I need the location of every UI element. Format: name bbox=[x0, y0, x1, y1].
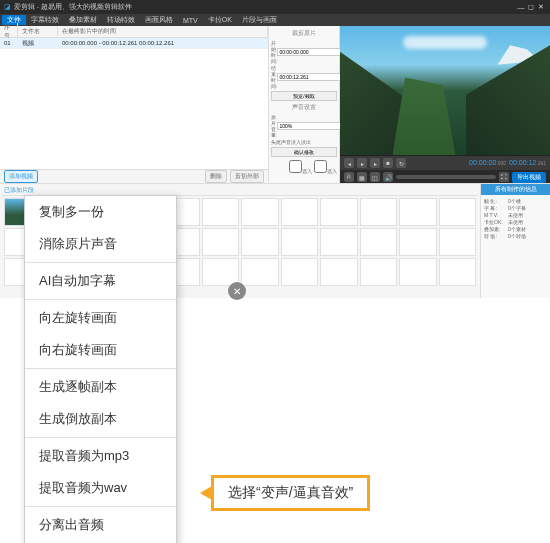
confirm-button[interactable]: 确认修改 bbox=[271, 147, 337, 157]
timeline-body: 01 视频 00:00:00.000 - 00:00:12.261 00:00:… bbox=[0, 38, 268, 169]
close-icon[interactable]: ✕ bbox=[536, 3, 546, 11]
info-title: 所有制作的信息 bbox=[481, 184, 550, 195]
audio-title: 声音设置 bbox=[271, 102, 337, 113]
context-menu-item[interactable]: 提取音频为wav bbox=[25, 472, 176, 504]
storyboard-empty[interactable] bbox=[439, 198, 477, 226]
menu-style[interactable]: 画面风格 bbox=[140, 15, 178, 25]
context-menu-item[interactable]: 向左旋转画面 bbox=[25, 302, 176, 334]
menubar: 文件 字幕特效 叠加素材 转场特效 画面风格 MTV 卡拉OK 片段与画面 bbox=[0, 14, 550, 26]
menu-transition[interactable]: 转场特效 bbox=[102, 15, 140, 25]
minimize-icon[interactable]: — bbox=[516, 4, 526, 11]
storyboard-empty[interactable] bbox=[202, 228, 240, 256]
storyboard-empty[interactable] bbox=[439, 228, 477, 256]
stop-icon[interactable]: ■ bbox=[383, 158, 393, 168]
context-menu-item[interactable]: 向右旋转画面 bbox=[25, 334, 176, 366]
prev-frame-icon[interactable]: ◂ bbox=[344, 158, 354, 168]
seek-bar[interactable] bbox=[396, 175, 496, 179]
duration-time: 00:00:12.261 bbox=[509, 159, 546, 167]
context-menu-item[interactable]: 消除原片声音 bbox=[25, 228, 176, 260]
info-row: 卡拉OK:未使用 bbox=[484, 219, 547, 225]
instruction-callout: 选择“变声/逼真音效” bbox=[200, 475, 370, 511]
workspace: 序号 文件名 在最终影片中的时间 01 视频 00:00:00.000 - 00… bbox=[0, 26, 550, 183]
context-menu-item[interactable]: 复制多一份 bbox=[25, 196, 176, 228]
storyboard-empty[interactable] bbox=[202, 198, 240, 226]
next-frame-icon[interactable]: ▸ bbox=[370, 158, 380, 168]
menu-separator bbox=[25, 262, 176, 263]
tool-icon-1[interactable]: ⎘ bbox=[344, 172, 354, 182]
current-time: 00:00:00.000 bbox=[469, 159, 506, 167]
storyboard-empty[interactable] bbox=[320, 198, 358, 226]
menu-mtv[interactable]: MTV bbox=[178, 17, 203, 24]
storyboard-empty[interactable] bbox=[241, 198, 279, 226]
menu-karaoke[interactable]: 卡拉OK bbox=[203, 15, 237, 25]
crop-title: 裁剪原片 bbox=[271, 28, 337, 39]
timeline-panel: 序号 文件名 在最终影片中的时间 01 视频 00:00:00.000 - 00… bbox=[0, 26, 269, 183]
cut-external-button[interactable]: 剪切外部 bbox=[230, 170, 264, 183]
storyboard-empty[interactable] bbox=[281, 198, 319, 226]
player-controls: ◂ ▸ ▸ ■ ↻ 00:00:00.000 00:00:12.261 ⎘ ▦ … bbox=[340, 155, 550, 183]
menu-separator bbox=[25, 299, 176, 300]
loop-icon[interactable]: ↻ bbox=[396, 158, 406, 168]
checkbox-2[interactable]: 选入 bbox=[314, 160, 337, 174]
info-row: M T V:未使用 bbox=[484, 212, 547, 218]
info-row: 字 幕:0个字幕 bbox=[484, 205, 547, 211]
tool-icon-2[interactable]: ▦ bbox=[357, 172, 367, 182]
menu-separator bbox=[25, 506, 176, 507]
context-menu-item[interactable]: 分离出音频 bbox=[25, 509, 176, 541]
volume-icon[interactable]: 🔊 bbox=[383, 172, 393, 182]
maximize-icon[interactable]: ◻ bbox=[526, 3, 536, 11]
add-video-button[interactable]: 添加视频 bbox=[4, 170, 38, 183]
info-panel: 所有制作的信息 帧 化:0个楼 字 幕:0个字幕 M T V:未使用 卡拉OK:… bbox=[480, 184, 550, 298]
app-title: 爱剪辑 bbox=[14, 2, 35, 12]
storyboard-empty[interactable] bbox=[360, 258, 398, 286]
context-menu-item[interactable]: AI自动加字幕 bbox=[25, 265, 176, 297]
storyboard-empty[interactable] bbox=[281, 228, 319, 256]
storyboard-empty[interactable] bbox=[241, 228, 279, 256]
start-time-input[interactable] bbox=[277, 48, 344, 56]
app-subtitle: 超易用、强大的视频剪辑软件 bbox=[41, 2, 132, 12]
storyboard-empty[interactable] bbox=[439, 258, 477, 286]
timeline-footer: 添加视频 删除 剪切外部 bbox=[0, 169, 268, 183]
preview-crop-button[interactable]: 预览/截取 bbox=[271, 91, 337, 101]
storyboard-empty[interactable] bbox=[241, 258, 279, 286]
info-row: 转 场:0个转场 bbox=[484, 233, 547, 239]
menu-separator bbox=[25, 437, 176, 438]
storyboard-empty[interactable] bbox=[281, 258, 319, 286]
storyboard-empty[interactable] bbox=[360, 198, 398, 226]
context-menu-item[interactable]: 生成倒放副本 bbox=[25, 403, 176, 435]
callout-label: 选择“变声/逼真音效” bbox=[211, 475, 370, 511]
preview-panel: ◂ ▸ ▸ ■ ↻ 00:00:00.000 00:00:12.261 ⎘ ▦ … bbox=[340, 26, 550, 183]
context-menu-item[interactable]: 生成逐帧副本 bbox=[25, 371, 176, 403]
play-icon[interactable]: ▸ bbox=[357, 158, 367, 168]
context-menu-item[interactable]: 提取音频为mp3 bbox=[25, 440, 176, 472]
export-button[interactable]: 导出视频 bbox=[512, 172, 546, 183]
storyboard-empty[interactable] bbox=[320, 228, 358, 256]
volume-input[interactable] bbox=[277, 122, 344, 130]
menu-overlay[interactable]: 叠加素材 bbox=[64, 15, 102, 25]
timeline-row[interactable]: 01 视频 00:00:00.000 - 00:00:12.261 00:00:… bbox=[0, 38, 268, 49]
info-row: 帧 化:0个楼 bbox=[484, 198, 547, 204]
menu-separator bbox=[25, 368, 176, 369]
titlebar: ◪ 爱剪辑 · 超易用、强大的视频剪辑软件 — ◻ ✕ bbox=[0, 0, 550, 14]
storyboard-empty[interactable] bbox=[320, 258, 358, 286]
end-time-input[interactable] bbox=[277, 73, 344, 81]
video-preview[interactable] bbox=[340, 26, 550, 155]
storyboard-empty[interactable] bbox=[399, 228, 437, 256]
info-row: 叠加素:0个素材 bbox=[484, 226, 547, 232]
th-file: 文件名 bbox=[18, 27, 58, 36]
checkbox-1[interactable]: 选入 bbox=[289, 160, 312, 174]
menu-clip[interactable]: 片段与画面 bbox=[237, 15, 282, 25]
storyboard-empty[interactable] bbox=[399, 198, 437, 226]
app-logo-icon: ◪ bbox=[4, 3, 11, 11]
storyboard-empty[interactable] bbox=[360, 228, 398, 256]
storyboard-empty[interactable] bbox=[399, 258, 437, 286]
menu-subtitle[interactable]: 字幕特效 bbox=[26, 15, 64, 25]
th-time: 在最终影片中的时间 bbox=[58, 27, 268, 36]
tool-icon-3[interactable]: ◫ bbox=[370, 172, 380, 182]
context-menu: 复制多一份消除原片声音AI自动加字幕向左旋转画面向右旋转画面生成逐帧副本生成倒放… bbox=[24, 195, 177, 543]
properties-panel: 裁剪原片 开始时间: 结束时间: 预览/截取 声音设置 原片音量: 头尾声音淡入… bbox=[269, 26, 340, 183]
timeline-header: 序号 文件名 在最终影片中的时间 bbox=[0, 26, 268, 38]
delete-button[interactable]: 删除 bbox=[205, 170, 227, 183]
fullscreen-icon[interactable]: ⛶ bbox=[499, 172, 509, 182]
collapse-icon[interactable]: ✕ bbox=[228, 282, 246, 300]
